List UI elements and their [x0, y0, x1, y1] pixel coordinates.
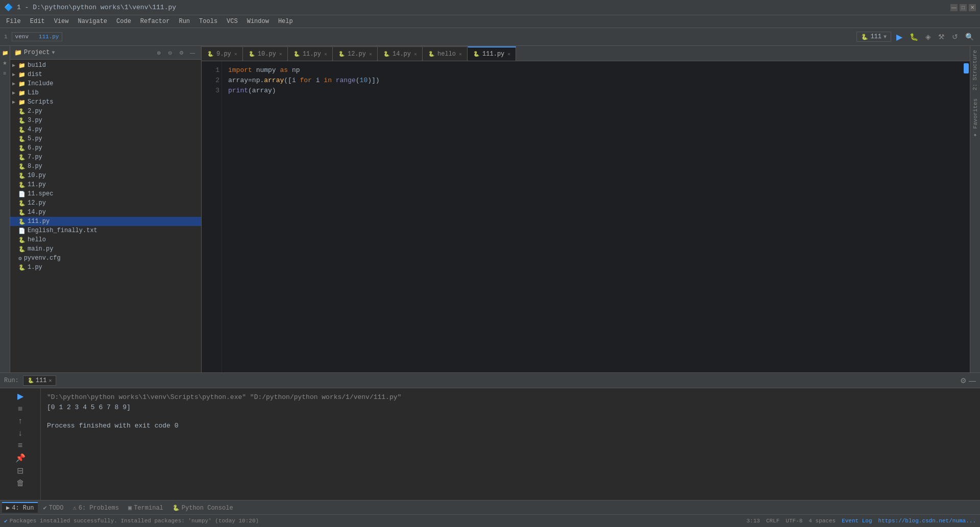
- rerun-btn[interactable]: ▶: [16, 390, 24, 402]
- tree-item-pyvenvcfg[interactable]: ⚙ pyvenv.cfg: [10, 254, 201, 263]
- menu-run[interactable]: Run: [175, 17, 194, 26]
- menu-code[interactable]: Code: [112, 17, 135, 26]
- title-bar-controls: — □ ✕: [950, 4, 976, 11]
- tree-item-3py[interactable]: 🐍 3.py: [10, 116, 201, 125]
- favorites-icon-btn[interactable]: ★: [1, 58, 10, 67]
- tree-item-4py[interactable]: 🐍 4.py: [10, 125, 201, 134]
- tab-hello[interactable]: 🐍 hello ✕: [423, 46, 468, 61]
- cursor-position[interactable]: 3:13: [747, 518, 760, 524]
- menu-file[interactable]: File: [2, 17, 25, 26]
- minimize-button[interactable]: —: [950, 4, 958, 11]
- project-dropdown-arrow[interactable]: ▼: [52, 50, 55, 56]
- run-configuration[interactable]: 🐍 111 ▼: [856, 32, 891, 42]
- tab-close-14py[interactable]: ✕: [414, 51, 417, 57]
- tree-item-12py[interactable]: 🐍 12.py: [10, 198, 201, 208]
- run-tab-close[interactable]: ✕: [48, 378, 52, 384]
- softrap-btn[interactable]: ≡: [17, 440, 23, 451]
- menu-refactor[interactable]: Refactor: [136, 17, 174, 26]
- file-icon-11spec: 📄: [18, 191, 26, 197]
- tree-item-english-finally[interactable]: 📄 English_finally.txt: [10, 226, 201, 235]
- hide-panel-btn[interactable]: —: [188, 48, 197, 57]
- tree-item-2py[interactable]: 🐍 2.py: [10, 107, 201, 116]
- coverage-button[interactable]: ◈: [923, 32, 933, 42]
- tab-close-11py[interactable]: ✕: [324, 51, 327, 57]
- menu-vcs[interactable]: VCS: [223, 17, 242, 26]
- tab-10py[interactable]: 🐍 10.py ✕: [243, 46, 288, 61]
- pin-btn[interactable]: 📌: [14, 452, 27, 464]
- tool-tab-python-console[interactable]: 🐍 Python Console: [168, 503, 237, 513]
- tree-item-build[interactable]: ▶ 📁 build: [10, 61, 201, 70]
- event-log[interactable]: Event Log: [842, 518, 872, 524]
- rerun-button[interactable]: ↺: [950, 32, 960, 42]
- tree-item-14py[interactable]: 🐍 14.py: [10, 208, 201, 217]
- menu-edit[interactable]: Edit: [26, 17, 49, 26]
- structure-label[interactable]: 2: Structure: [971, 46, 979, 94]
- menu-help[interactable]: Help: [274, 17, 297, 26]
- file-icon-english-finally: 📄: [18, 228, 26, 234]
- expand-all-btn[interactable]: ⊕: [154, 48, 163, 57]
- tab-close-12py[interactable]: ✕: [369, 51, 372, 57]
- external-link[interactable]: https://blog.csdn.net/numa...: [878, 518, 976, 524]
- tree-item-8py[interactable]: 🐍 8.py: [10, 162, 201, 171]
- favorites-label[interactable]: ★ Favorites: [971, 94, 979, 143]
- tree-item-include[interactable]: ▶ 📁 Include: [10, 79, 201, 88]
- tree-item-111py[interactable]: 🐍 111.py: [10, 217, 201, 226]
- terminal-tab-icon: ▣: [128, 504, 132, 512]
- tool-tab-run[interactable]: ▶ 4: Run: [2, 502, 38, 513]
- run-tab-111[interactable]: 🐍 111 ✕: [23, 375, 57, 386]
- tree-item-10py[interactable]: 🐍 10.py: [10, 171, 201, 180]
- menu-window[interactable]: Window: [243, 17, 273, 26]
- maximize-button[interactable]: □: [960, 4, 967, 11]
- trash-btn[interactable]: 🗑: [15, 478, 26, 489]
- tab-close-111py[interactable]: ✕: [507, 51, 510, 57]
- collapse-all-btn[interactable]: ⊖: [165, 48, 175, 57]
- tab-close-9py[interactable]: ✕: [234, 51, 237, 57]
- run-minimize-btn[interactable]: —: [969, 377, 976, 385]
- tree-item-hello[interactable]: 🐍 hello: [10, 235, 201, 244]
- filter-btn[interactable]: ⊟: [16, 465, 24, 476]
- tool-tab-todo[interactable]: ✔ TODO: [39, 502, 67, 513]
- indent-setting[interactable]: 4 spaces: [808, 518, 836, 524]
- build-button[interactable]: ⚒: [936, 32, 947, 42]
- tab-11py[interactable]: 🐍 11.py ✕: [288, 46, 333, 61]
- file-icon-111py: 🐍: [18, 218, 26, 225]
- tree-item-mainpy[interactable]: 🐍 main.py: [10, 244, 201, 254]
- tool-tab-problems[interactable]: ⚠ 6: Problems: [69, 502, 123, 513]
- menu-tools[interactable]: Tools: [195, 17, 222, 26]
- run-button[interactable]: ▶: [894, 31, 904, 43]
- menu-view[interactable]: View: [50, 17, 73, 26]
- code-content[interactable]: import numpy as np array=np.array([i for…: [222, 61, 963, 372]
- encoding[interactable]: UTF-8: [786, 518, 802, 524]
- scroll-down-btn[interactable]: ↓: [17, 428, 23, 439]
- close-button[interactable]: ✕: [969, 4, 976, 11]
- tree-item-6py[interactable]: 🐍 6.py: [10, 143, 201, 153]
- tree-item-11py[interactable]: 🐍 11.py: [10, 180, 201, 189]
- tree-item-7py[interactable]: 🐍 7.py: [10, 153, 201, 162]
- structure-icon-btn[interactable]: ≡: [1, 68, 10, 78]
- tree-item-11spec[interactable]: 📄 11.spec: [10, 189, 201, 198]
- menu-navigate[interactable]: Navigate: [74, 17, 111, 26]
- tab-14py[interactable]: 🐍 14.py ✕: [378, 46, 423, 61]
- tree-label-11spec: 11.spec: [28, 190, 53, 197]
- python-console-tab-icon: 🐍: [173, 505, 180, 511]
- tab-9py[interactable]: 🐍 9.py ✕: [202, 46, 243, 61]
- project-icon-btn[interactable]: 📁: [1, 48, 10, 57]
- stop-btn[interactable]: ■: [17, 403, 24, 414]
- debug-button[interactable]: 🐛: [908, 32, 920, 42]
- run-settings-btn[interactable]: ⚙: [960, 377, 967, 385]
- tool-tab-terminal[interactable]: ▣ Terminal: [124, 502, 167, 513]
- tab-111py[interactable]: 🐍 111.py ✕: [468, 46, 516, 61]
- tree-item-scripts[interactable]: ▶ 📁 Scripts: [10, 97, 201, 107]
- arrow-scripts: ▶: [12, 99, 18, 105]
- search-everywhere-button[interactable]: 🔍: [963, 32, 976, 42]
- tree-item-dist[interactable]: ▶ 📁 dist: [10, 70, 201, 79]
- line-ending[interactable]: CRLF: [766, 518, 779, 524]
- scroll-up-btn[interactable]: ↑: [17, 415, 23, 426]
- tab-12py[interactable]: 🐍 12.py ✕: [333, 46, 378, 61]
- tree-item-5py[interactable]: 🐍 5.py: [10, 134, 201, 143]
- tab-close-10py[interactable]: ✕: [279, 51, 282, 57]
- tab-close-hello[interactable]: ✕: [459, 51, 462, 57]
- tree-item-1py[interactable]: 🐍 1.py: [10, 263, 201, 272]
- tree-item-lib[interactable]: ▶ 📁 Lib: [10, 88, 201, 97]
- settings-btn[interactable]: ⚙: [177, 48, 186, 57]
